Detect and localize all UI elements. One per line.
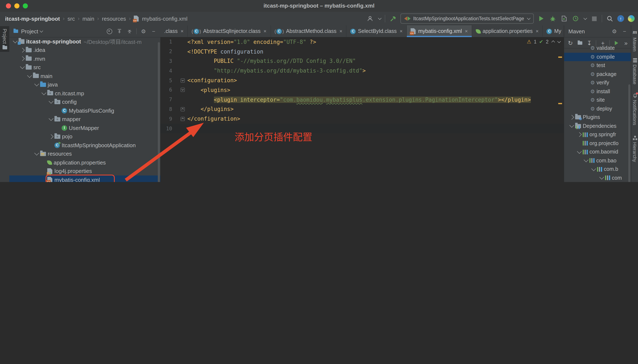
gutter[interactable] — [172, 78, 187, 82]
chevron-down-icon[interactable] — [591, 166, 596, 171]
warning-stripe-mark[interactable] — [558, 56, 562, 58]
breadcrumb[interactable]: itcast-mp-springboot›src›main›resources›… — [5, 16, 188, 22]
close-tab-icon[interactable]: × — [465, 28, 468, 34]
maven-item-com[interactable]: com — [564, 174, 631, 182]
run-configuration-select[interactable]: ItcastMpSpringbootApplicationTests.testS… — [401, 14, 534, 24]
code-with-me-icon[interactable] — [628, 15, 635, 22]
maven-item-com-bao[interactable]: com.bao — [564, 156, 631, 165]
collapse-all-icon[interactable] — [126, 28, 133, 34]
editor-tab-my[interactable]: CMy — [543, 25, 564, 37]
gutter[interactable] — [172, 117, 187, 121]
project-vertical-scrollbar[interactable] — [158, 42, 160, 182]
project-tree-item-resources[interactable]: resources — [9, 150, 160, 158]
reimport-maven-icon[interactable]: ↻ — [567, 40, 573, 46]
project-panel-title[interactable]: Project — [21, 28, 38, 34]
user-account-icon[interactable] — [366, 15, 374, 22]
chevron-down-icon[interactable] — [49, 116, 54, 121]
build-hammer-icon[interactable] — [389, 15, 397, 22]
project-tree-item-usermapper[interactable]: IUserMapper — [9, 124, 160, 132]
project-tree-item-config[interactable]: config — [9, 98, 160, 106]
editor-tab-application-properties[interactable]: application.properties× — [472, 25, 543, 37]
breadcrumb-item-resources[interactable]: resources — [102, 16, 126, 22]
code-line-5[interactable]: 5<configuration> — [160, 76, 564, 85]
chevron-down-icon[interactable] — [584, 158, 589, 162]
chevron-down-icon[interactable] — [599, 175, 604, 180]
generate-sources-icon[interactable] — [577, 40, 583, 46]
editor-tab-abstractmethod-class[interactable]: (C)AbstractMethod.class× — [271, 25, 347, 37]
code-line-6[interactable]: 6 <plugins> — [160, 85, 564, 95]
tool-window-tab-hierarchy[interactable]: Hierarchy — [631, 136, 638, 162]
project-tree-item-mapper[interactable]: mapper — [9, 115, 160, 124]
locate-file-icon[interactable] — [106, 28, 113, 34]
maven-item-install[interactable]: ⚙install — [564, 87, 631, 96]
project-tree-item-mybatisplusconfig[interactable]: CMybatisPlusConfig — [9, 106, 160, 115]
search-everywhere-icon[interactable] — [606, 15, 613, 22]
hide-panel-icon[interactable]: − — [621, 28, 628, 34]
code-line-10[interactable]: 10 — [160, 124, 564, 133]
editor-tab-class[interactable]: .class× — [160, 25, 188, 37]
hide-panel-icon[interactable]: − — [150, 28, 157, 34]
tool-window-tab-database[interactable]: Database — [631, 58, 638, 84]
project-tree[interactable]: itcast-mp-springboot~/Desktop/项目/itcast-… — [9, 37, 160, 182]
project-tree-item-idea[interactable]: .idea — [9, 46, 160, 54]
stop-button[interactable] — [590, 15, 598, 22]
chevron-down-icon[interactable] — [13, 38, 18, 43]
user-dropdown-chevron-icon[interactable] — [378, 16, 382, 20]
more-actions-icon[interactable]: » — [623, 40, 629, 46]
chevron-down-icon[interactable] — [577, 149, 582, 154]
gear-icon[interactable]: ⚙ — [140, 28, 147, 34]
chevron-right-icon[interactable] — [569, 115, 574, 120]
close-tab-icon[interactable]: × — [264, 28, 266, 34]
code-line-3[interactable]: 3 PUBLIC "-//mybatis.org//DTD Config 3.0… — [160, 56, 564, 66]
editor-tab-selectbyid-class[interactable]: CSelectById.class× — [347, 25, 407, 37]
project-tree-item-src[interactable]: src — [9, 63, 160, 72]
close-tab-icon[interactable]: × — [536, 28, 539, 34]
tool-window-tab-maven[interactable]: m Maven — [631, 29, 638, 52]
project-tree-item-mvn[interactable]: .mvn — [9, 54, 160, 63]
maven-item-test[interactable]: ⚙test — [564, 61, 631, 70]
maven-item-plugins[interactable]: Plugins — [564, 113, 631, 122]
maven-item-validate[interactable]: ⚙validate — [564, 44, 631, 52]
chevron-down-icon[interactable] — [27, 73, 32, 78]
gutter[interactable] — [172, 88, 187, 92]
project-tree-item-pojo[interactable]: pojo — [9, 132, 160, 141]
project-tree-item-application-properties[interactable]: application.properties — [9, 158, 160, 167]
maven-item-compile[interactable]: ⚙compile — [564, 52, 631, 61]
maven-panel-title[interactable]: Maven — [568, 28, 585, 34]
run-button[interactable] — [537, 15, 545, 22]
project-tree-item-main[interactable]: main — [9, 72, 160, 80]
chevron-down-icon[interactable] — [49, 99, 54, 104]
close-tab-icon[interactable]: × — [181, 28, 184, 34]
chevron-down-icon[interactable] — [35, 151, 39, 156]
editor-tab-abstractsqlinjector-class[interactable]: (C)AbstractSqlInjector.class× — [188, 25, 271, 37]
code-line-4[interactable]: 4 "http://mybatis.org/dtd/mybatis-3-conf… — [160, 66, 564, 76]
code-line-7[interactable]: 7 <plugin interceptor="com.baomidou.myba… — [160, 95, 564, 104]
breadcrumb-item-main[interactable]: main — [83, 16, 94, 22]
maven-item-deploy[interactable]: ⚙deploy — [564, 104, 631, 113]
maven-item-com-baomid[interactable]: com.baomid — [564, 148, 631, 156]
ide-update-icon[interactable]: ↑ — [617, 15, 624, 22]
tool-window-tab-project[interactable]: Project — [0, 26, 9, 52]
code-line-1[interactable]: 1<?xml version="1.0" encoding="UTF-8" ?> — [160, 37, 564, 47]
close-tab-icon[interactable]: × — [339, 28, 342, 34]
chevron-down-icon[interactable] — [35, 82, 39, 86]
project-tree-item-itcastmpspringbootapplication[interactable]: CItcastMpSpringbootApplication — [9, 141, 160, 150]
maven-item-org-springfr[interactable]: org.springfr — [564, 130, 631, 139]
chevron-down-icon[interactable] — [20, 64, 25, 69]
maven-item-site[interactable]: ⚙site — [564, 96, 631, 104]
code-line-8[interactable]: 8 </plugins> — [160, 104, 564, 114]
chevron-down-icon[interactable] — [42, 90, 47, 95]
project-view-dropdown-icon[interactable] — [40, 29, 43, 33]
editor-tab-mybatis-config-xml[interactable]: <>mybatis-config.xml× — [407, 25, 472, 37]
chevron-down-icon[interactable] — [569, 123, 574, 128]
breadcrumb-item-itcast-mp-springboot[interactable]: itcast-mp-springboot — [5, 16, 60, 22]
debug-button[interactable] — [549, 15, 556, 22]
run-with-coverage-button[interactable] — [560, 15, 568, 22]
project-tree-item-log4j-properties[interactable]: log4j.properties — [9, 167, 160, 176]
close-tab-icon[interactable]: × — [400, 28, 403, 34]
gear-icon[interactable]: ⚙ — [611, 28, 618, 34]
maven-item-dependencies[interactable]: Dependencies — [564, 122, 631, 130]
maven-item-org-projectlo[interactable]: org.projectlo — [564, 139, 631, 148]
code-editor[interactable]: 1<?xml version="1.0" encoding="UTF-8" ?>… — [160, 37, 564, 182]
profiler-dropdown-chevron-icon[interactable] — [583, 16, 587, 20]
